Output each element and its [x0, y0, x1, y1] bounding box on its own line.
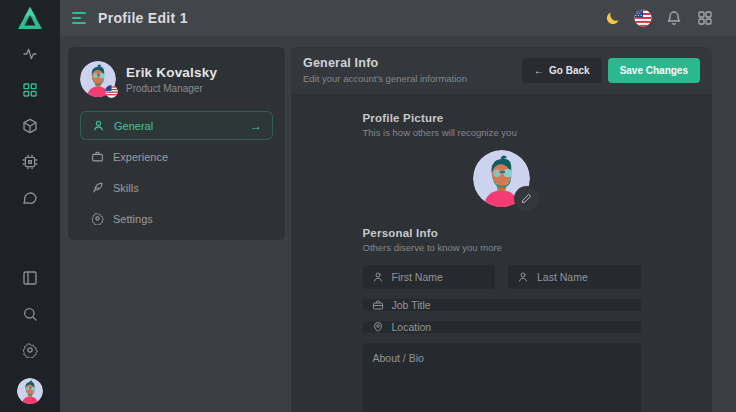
job-title-input[interactable] — [392, 299, 632, 311]
panel-header: General Info Edit your account's general… — [291, 47, 712, 94]
user-role: Product Manager — [126, 83, 217, 94]
menu-item-label: Experience — [113, 151, 168, 163]
menu-item-label: General — [114, 120, 153, 132]
logo-triangle-icon — [17, 6, 43, 30]
profile-card: Erik Kovalsky Product Manager General → — [68, 47, 285, 240]
feather-icon — [90, 181, 104, 194]
profile-card-menu: General → Experience Skills — [80, 111, 273, 235]
user-name: Erik Kovalsky — [126, 65, 217, 80]
last-name-field[interactable] — [508, 265, 641, 289]
card-avatar — [80, 61, 116, 97]
panel-actions: ← Go Back Save Changes — [522, 58, 700, 83]
app-logo[interactable] — [0, 0, 60, 36]
activity-icon[interactable] — [18, 42, 42, 66]
language-us-flag-icon[interactable] — [632, 7, 654, 29]
pencil-icon — [521, 193, 532, 204]
user-icon — [91, 119, 105, 132]
briefcase-icon — [372, 299, 384, 311]
card-user-text: Erik Kovalsky Product Manager — [126, 65, 217, 94]
topbar-actions — [601, 7, 716, 29]
chat-bubble-icon[interactable] — [18, 186, 42, 210]
location-input[interactable] — [392, 321, 632, 333]
us-flag-badge-icon — [105, 85, 118, 98]
panel-body: Profile Picture This is how others will … — [291, 94, 712, 412]
job-title-field[interactable] — [363, 299, 641, 311]
gear-icon — [90, 212, 104, 225]
form-container: Profile Picture This is how others will … — [363, 94, 641, 412]
card-user-summary: Erik Kovalsky Product Manager — [80, 59, 273, 97]
user-icon — [517, 271, 529, 283]
section-subtitle: Others diserve to know you more — [363, 242, 641, 253]
panel-header-text: General Info Edit your account's general… — [303, 56, 467, 84]
layout-panel-icon[interactable] — [18, 266, 42, 290]
location-pin-icon — [372, 321, 384, 333]
location-field[interactable] — [363, 321, 641, 333]
personal-info-section: Personal Info Others diserve to know you… — [363, 227, 641, 412]
about-bio-textarea[interactable] — [363, 343, 641, 412]
profile-picture-section: Profile Picture This is how others will … — [363, 112, 641, 207]
app-window: Profile Edit 1 — [0, 0, 736, 412]
briefcase-icon — [90, 150, 104, 163]
edit-picture-button[interactable] — [514, 186, 539, 211]
icon-rail — [0, 0, 60, 412]
theme-moon-icon[interactable] — [601, 7, 623, 29]
first-name-input[interactable] — [392, 271, 487, 283]
search-icon[interactable] — [18, 302, 42, 326]
main-column: Profile Edit 1 — [60, 0, 736, 412]
panel-title: General Info — [303, 56, 467, 70]
package-box-icon[interactable] — [18, 114, 42, 138]
save-changes-button[interactable]: Save Changes — [608, 58, 700, 83]
cpu-chip-icon[interactable] — [18, 150, 42, 174]
panel-subtitle: Edit your account's general information — [303, 73, 467, 84]
section-title: Profile Picture — [363, 112, 641, 124]
menu-item-skills[interactable]: Skills — [80, 173, 273, 202]
first-name-field[interactable] — [363, 265, 496, 289]
last-name-input[interactable] — [537, 271, 632, 283]
go-back-button[interactable]: ← Go Back — [522, 58, 602, 83]
rail-bottom-nav — [17, 266, 43, 412]
content-area: Erik Kovalsky Product Manager General → — [60, 36, 736, 412]
menu-item-settings[interactable]: Settings — [80, 204, 273, 233]
user-icon — [372, 271, 384, 283]
notifications-bell-icon[interactable] — [663, 7, 685, 29]
right-arrow-icon: → — [250, 119, 262, 133]
menu-item-label: Skills — [113, 182, 139, 194]
rail-top-nav — [18, 42, 42, 222]
menu-item-experience[interactable]: Experience — [80, 142, 273, 171]
menu-item-general[interactable]: General → — [80, 111, 273, 140]
profile-picture-avatar — [473, 150, 530, 207]
section-subtitle: This is how others will recognize you — [363, 127, 641, 138]
rail-user-avatar[interactable] — [17, 378, 43, 404]
topbar: Profile Edit 1 — [60, 0, 736, 36]
apps-grid-icon[interactable] — [694, 7, 716, 29]
general-info-panel: General Info Edit your account's general… — [291, 47, 712, 412]
personal-info-fields — [363, 265, 641, 412]
left-arrow-icon: ← — [534, 65, 544, 76]
section-title: Personal Info — [363, 227, 641, 239]
page-title: Profile Edit 1 — [98, 10, 188, 26]
menu-item-label: Settings — [113, 213, 153, 225]
hamburger-menu-icon[interactable] — [72, 12, 88, 24]
dashboard-grid-icon[interactable] — [18, 78, 42, 102]
settings-gear-icon[interactable] — [18, 338, 42, 362]
